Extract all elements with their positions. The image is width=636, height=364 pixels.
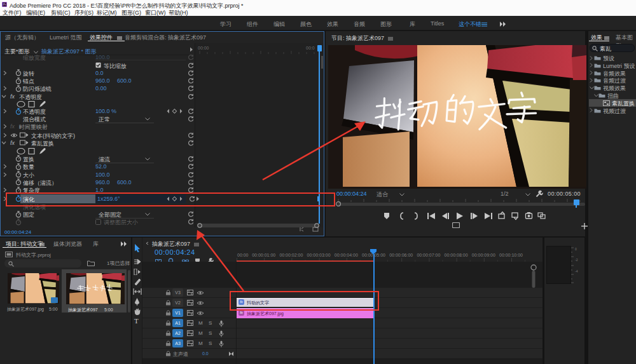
svg-text:-4: -4 bbox=[575, 269, 578, 273]
svg-text:0: 0 bbox=[575, 247, 577, 251]
svg-text:-2: -2 bbox=[575, 258, 578, 262]
